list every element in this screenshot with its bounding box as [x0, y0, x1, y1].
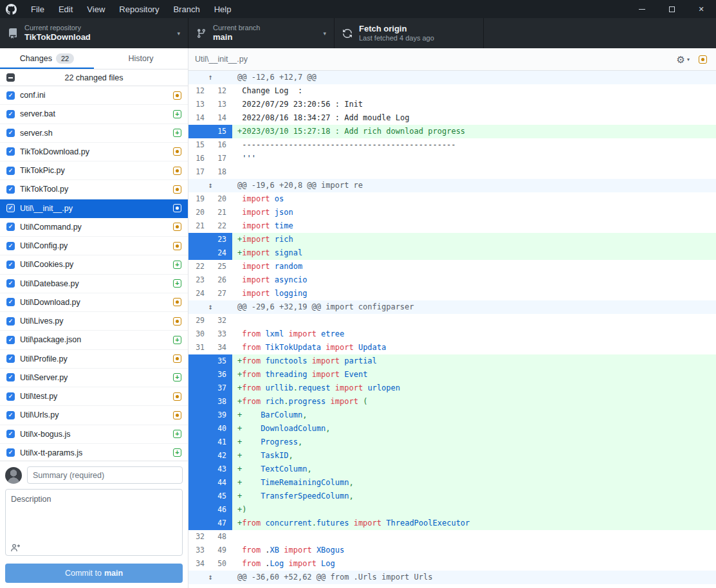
new-line-number[interactable]: 38	[210, 395, 232, 409]
file-row[interactable]: Util\x-tt-params.js+	[0, 444, 188, 461]
expand-icon[interactable]: ↕	[188, 300, 232, 314]
file-row[interactable]: Util\Config.py	[0, 237, 188, 255]
old-line-number[interactable]	[188, 395, 210, 409]
minimize-button[interactable]	[627, 0, 657, 18]
tab-history[interactable]: History	[94, 48, 188, 69]
new-line-number[interactable]: 40	[210, 422, 232, 436]
file-checkbox[interactable]	[6, 91, 15, 100]
select-all-checkbox[interactable]	[6, 73, 15, 82]
menu-file[interactable]: File	[24, 0, 51, 18]
file-checkbox[interactable]	[6, 185, 15, 194]
old-line-number[interactable]	[188, 436, 210, 449]
file-checkbox[interactable]	[6, 261, 15, 269]
file-checkbox[interactable]	[6, 411, 15, 419]
new-line-number[interactable]: 45	[210, 490, 232, 503]
file-row[interactable]: TikTokTool.py	[0, 180, 188, 199]
file-row[interactable]: Util\package.json+	[0, 331, 188, 349]
new-line-number[interactable]: 44	[210, 476, 232, 490]
file-row[interactable]: conf.ini	[0, 86, 188, 105]
file-row[interactable]: Util\Lives.py	[0, 312, 188, 331]
expand-up-icon[interactable]: ↑	[188, 71, 232, 84]
close-button[interactable]: ✕	[686, 0, 716, 18]
old-line-number[interactable]	[188, 246, 210, 260]
file-row[interactable]: Util\Profile.py	[0, 350, 188, 369]
file-checkbox[interactable]	[6, 167, 15, 175]
old-line-number[interactable]	[188, 381, 210, 395]
new-line-number[interactable]: 42	[210, 449, 232, 463]
repository-selector[interactable]: Current repository TikTokDownload ▾	[0, 18, 188, 48]
file-checkbox[interactable]	[6, 354, 15, 363]
summary-input[interactable]	[27, 466, 183, 484]
file-checkbox[interactable]	[6, 223, 15, 231]
new-line-number: 34	[210, 341, 232, 354]
old-line-number[interactable]	[188, 409, 210, 422]
file-row[interactable]: Util\x-bogus.js+	[0, 425, 188, 444]
diff-options-button[interactable]: ⚙ ▾	[677, 55, 690, 64]
old-line-number[interactable]	[188, 354, 210, 368]
file-checkbox[interactable]	[6, 373, 15, 381]
menu-branch[interactable]: Branch	[166, 0, 207, 18]
file-checkbox[interactable]	[6, 317, 15, 326]
file-checkbox[interactable]	[6, 204, 15, 212]
file-checkbox[interactable]	[6, 129, 15, 137]
file-row[interactable]: Util\Datebase.py+	[0, 275, 188, 293]
file-checkbox[interactable]	[6, 336, 15, 344]
expand-icon[interactable]: ↕	[188, 571, 232, 584]
old-line-number[interactable]	[188, 368, 210, 381]
new-line-number[interactable]: 36	[210, 368, 232, 381]
menu-view[interactable]: View	[80, 0, 112, 18]
file-row[interactable]: Util\Download.py	[0, 293, 188, 312]
maximize-button[interactable]	[657, 0, 686, 18]
file-row[interactable]: Util\__init__.py	[0, 199, 188, 218]
new-line-number[interactable]: 24	[210, 246, 232, 260]
new-line-number[interactable]: 37	[210, 381, 232, 395]
file-checkbox[interactable]	[6, 147, 15, 156]
chevron-down-icon: ▾	[317, 30, 326, 37]
file-checkbox[interactable]	[6, 392, 15, 401]
file-checkbox[interactable]	[6, 430, 15, 438]
file-row[interactable]: server.bat+	[0, 105, 188, 124]
fetch-origin-button[interactable]: Fetch origin Last fetched 4 days ago	[335, 18, 484, 48]
menu-repository[interactable]: Repository	[112, 0, 166, 18]
branch-selector[interactable]: Current branch main ▾	[188, 18, 335, 48]
menu-edit[interactable]: Edit	[51, 0, 80, 18]
new-line-number[interactable]: 15	[210, 125, 232, 138]
tab-changes[interactable]: Changes 22	[0, 48, 94, 69]
file-checkbox[interactable]	[6, 242, 15, 250]
old-line-number[interactable]	[188, 449, 210, 463]
file-row[interactable]: Util\Server.py+	[0, 369, 188, 387]
old-line-number[interactable]	[188, 233, 210, 246]
menu-help[interactable]: Help	[207, 0, 239, 18]
expand-icon[interactable]: ↕	[188, 179, 232, 192]
old-line-number[interactable]	[188, 476, 210, 490]
diff-line-context: 1212 Change Log :	[188, 84, 716, 98]
file-checkbox[interactable]	[6, 298, 15, 306]
old-line-number[interactable]	[188, 422, 210, 436]
file-row[interactable]: Util\test.py	[0, 387, 188, 406]
file-row[interactable]: TikTokPic.py	[0, 161, 188, 180]
commit-button[interactable]: Commit to main	[5, 564, 183, 583]
file-row[interactable]: Util\Command.py	[0, 218, 188, 237]
file-checkbox[interactable]	[6, 110, 15, 118]
description-input[interactable]	[5, 489, 183, 556]
new-line-number[interactable]: 41	[210, 436, 232, 449]
file-row[interactable]: TikTokDownload.py	[0, 143, 188, 161]
old-line-number[interactable]	[188, 517, 210, 530]
new-line-number[interactable]: 46	[210, 503, 232, 517]
file-row[interactable]: Util\Cookies.py+	[0, 255, 188, 274]
file-checkbox[interactable]	[6, 448, 15, 457]
file-row[interactable]: Util\Urls.py	[0, 406, 188, 425]
new-line-number[interactable]: 43	[210, 463, 232, 476]
new-line-number[interactable]: 47	[210, 517, 232, 530]
new-line-number[interactable]: 23	[210, 233, 232, 246]
old-line-number[interactable]	[188, 125, 210, 138]
new-line-number[interactable]: 39	[210, 409, 232, 422]
file-row[interactable]: server.sh+	[0, 124, 188, 143]
add-coauthor-icon[interactable]	[10, 543, 21, 553]
old-line-number[interactable]	[188, 503, 210, 517]
file-checkbox[interactable]	[6, 279, 15, 288]
old-line-number[interactable]	[188, 463, 210, 476]
maximize-icon	[669, 6, 675, 12]
old-line-number[interactable]	[188, 490, 210, 503]
new-line-number[interactable]: 35	[210, 354, 232, 368]
